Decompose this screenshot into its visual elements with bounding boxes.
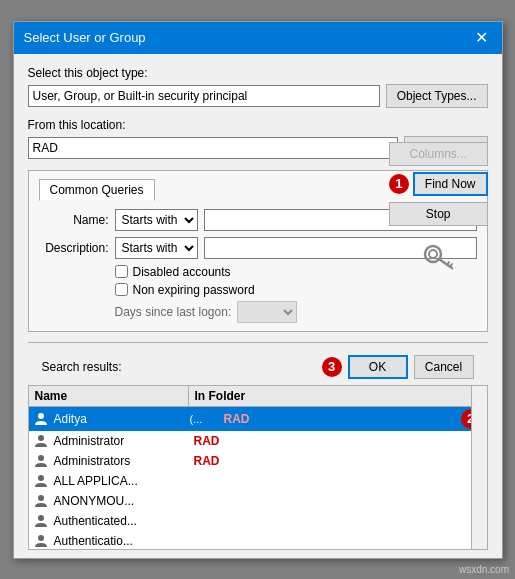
result-name: Administrator	[50, 434, 190, 448]
watermark: wsxdn.com	[459, 564, 509, 575]
header-folder: In Folder	[189, 386, 487, 406]
dialog-title: Select User or Group	[24, 30, 146, 45]
result-name: Authenticated...	[50, 514, 190, 528]
user-icon	[32, 433, 50, 449]
description-label: Description:	[39, 241, 109, 255]
name-label: Name:	[39, 213, 109, 227]
desc-starts-with-select[interactable]: Starts with	[115, 237, 198, 259]
table-row[interactable]: AdministratorRAD	[29, 431, 487, 451]
non-expiring-label: Non expiring password	[133, 283, 255, 297]
result-folder: RAD	[190, 454, 487, 468]
table-row[interactable]: AdministratorsRAD	[29, 451, 487, 471]
cancel-button[interactable]: Cancel	[414, 355, 474, 379]
object-type-input[interactable]	[28, 85, 380, 107]
result-name: ALL APPLICA...	[50, 474, 190, 488]
result-folder: RAD	[190, 434, 487, 448]
disabled-accounts-checkbox[interactable]	[115, 265, 128, 278]
table-row[interactable]: Authenticatio...	[29, 531, 487, 550]
common-queries-tab[interactable]: Common Queries	[39, 179, 155, 201]
user-icon	[32, 533, 50, 549]
table-row[interactable]: Authenticated...	[29, 511, 487, 531]
scrollbar[interactable]	[471, 386, 487, 549]
days-label: Days since last logon:	[115, 305, 232, 319]
header-name: Name	[29, 386, 189, 406]
select-user-dialog: Select User or Group ✕ Select this objec…	[13, 21, 503, 559]
ok-button[interactable]: OK	[348, 355, 408, 379]
find-now-button[interactable]: Find Now	[413, 172, 488, 196]
object-type-label: Select this object type:	[28, 66, 488, 80]
svg-point-9	[38, 495, 44, 501]
user-icon	[32, 493, 50, 509]
table-row[interactable]: ALL APPLICA...	[29, 471, 487, 491]
user-icon	[32, 513, 50, 529]
svg-point-5	[38, 413, 44, 419]
days-select[interactable]	[237, 301, 297, 323]
results-body: Aditya(... RAD2 AdministratorRAD Adminis…	[29, 407, 487, 550]
columns-button[interactable]: Columns...	[389, 142, 488, 166]
object-type-row: Object Types...	[28, 84, 488, 108]
non-expiring-checkbox[interactable]	[115, 283, 128, 296]
svg-point-7	[38, 455, 44, 461]
svg-point-11	[38, 535, 44, 541]
right-buttons: Columns... 1 Find Now Stop	[389, 142, 488, 274]
result-folder: RAD	[220, 412, 461, 426]
badge-3: 3	[322, 357, 342, 377]
svg-point-6	[38, 435, 44, 441]
svg-point-8	[38, 475, 44, 481]
object-types-button[interactable]: Object Types...	[386, 84, 488, 108]
result-name: Administrators	[50, 454, 190, 468]
results-container[interactable]: Name In Folder Aditya(... RAD2 Administr…	[28, 385, 488, 550]
results-header: Name In Folder	[29, 386, 487, 407]
divider	[28, 342, 488, 343]
user-icon	[32, 411, 50, 427]
disabled-accounts-label: Disabled accounts	[133, 265, 231, 279]
location-input[interactable]	[28, 137, 399, 159]
result-name: Authenticatio...	[50, 534, 190, 548]
key-icon	[420, 238, 456, 274]
close-button[interactable]: ✕	[472, 28, 492, 48]
name-starts-with-select[interactable]: Starts with	[115, 209, 198, 231]
days-row: Days since last logon:	[115, 301, 477, 323]
search-results-label: Search results:	[42, 360, 316, 374]
svg-point-1	[429, 250, 437, 258]
stop-button[interactable]: Stop	[389, 202, 488, 226]
badge-1: 1	[389, 174, 409, 194]
result-folder-paren: (...	[190, 413, 220, 425]
result-name: ANONYMOU...	[50, 494, 190, 508]
table-row[interactable]: ANONYMOU...	[29, 491, 487, 511]
ok-cancel-section: Search results: 3 OK Cancel	[14, 342, 502, 385]
result-name: Aditya	[50, 412, 190, 426]
user-icon	[32, 473, 50, 489]
non-expiring-row: Non expiring password	[115, 283, 477, 297]
ok-cancel-row: Search results: 3 OK Cancel	[28, 349, 488, 385]
find-now-wrapper: 1 Find Now	[389, 172, 488, 196]
title-bar: Select User or Group ✕	[14, 22, 502, 54]
table-row[interactable]: Aditya(... RAD2	[29, 407, 487, 431]
user-icon	[32, 453, 50, 469]
location-label: From this location:	[28, 118, 488, 132]
svg-point-10	[38, 515, 44, 521]
